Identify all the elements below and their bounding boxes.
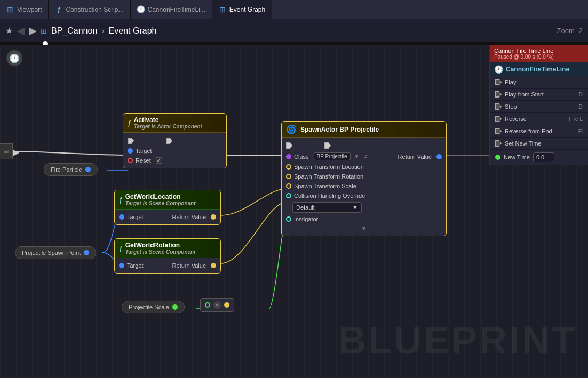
spawn-location-pin[interactable] — [286, 164, 291, 170]
timeline-name-bar: 🕐 CannonFireTimeLine — [490, 62, 588, 76]
spawn-rotation-pin[interactable] — [286, 174, 291, 179]
timeline-playfromstart[interactable]: Play from Start D — [490, 89, 588, 101]
activate-node[interactable]: ƒ Activate Target is Actor Component Tar… — [123, 113, 227, 168]
getworldloc-body: Target Return Value — [115, 210, 220, 224]
back-button[interactable]: ◀ — [17, 25, 25, 37]
getworldrot-return-pin[interactable] — [211, 263, 216, 268]
projscale-label: Projectile Scale — [129, 304, 169, 310]
spawnpoint-pin[interactable] — [84, 250, 89, 255]
spawn-instigator-row: Instigator — [282, 214, 446, 224]
newtime-input[interactable] — [533, 152, 554, 162]
activate-target-pin[interactable] — [128, 148, 133, 154]
activate-exec-out-pin[interactable] — [166, 138, 172, 144]
tab-viewport[interactable]: ⊞ Viewport — [0, 0, 49, 19]
play-label: Play — [505, 79, 583, 85]
makevector-in-pin[interactable] — [205, 302, 210, 308]
spawnactor-return-pin[interactable] — [436, 154, 442, 159]
spawn-collision-label: Collision Handling Override — [294, 192, 365, 199]
fire-particle-node[interactable]: Fire Particle — [44, 163, 98, 176]
timeline-name: CannonFireTimeLine — [506, 66, 569, 73]
tab-timeline-label: CannonFireTimeLi... — [148, 6, 205, 13]
blueprint-canvas[interactable]: 🕐 ed ▶ ƒ Activate Target is Actor Compon… — [0, 45, 588, 378]
getworldrot-row: Target Return Value — [115, 261, 220, 270]
getworldrot-target-pin[interactable] — [119, 263, 124, 268]
timeline-reversefromend[interactable]: Reverse from End Fi — [490, 125, 588, 138]
spawn-scale-pin[interactable] — [286, 183, 291, 189]
timeline-stop[interactable]: Stop D — [490, 101, 588, 113]
setnewtime-pin — [495, 140, 502, 147]
spawnactor-return-label: Return Value — [398, 154, 432, 160]
projscale-pin[interactable] — [172, 304, 178, 310]
class-value-badge: BP Projectile — [314, 152, 351, 160]
collision-dropdown[interactable]: Default ▼ — [292, 202, 362, 213]
fn-icon: ƒ — [55, 6, 62, 13]
spawnactor-exec-out[interactable] — [324, 142, 331, 149]
reverse-shortcut: Fire L — [569, 116, 583, 122]
getworldloc-header: ƒ GetWorldLocation Target is Scene Compo… — [115, 190, 220, 210]
getworldlocation-node[interactable]: ƒ GetWorldLocation Target is Scene Compo… — [114, 190, 221, 225]
newtime-label: New Time — [504, 154, 530, 160]
spawnactor-exec-in[interactable] — [286, 142, 292, 149]
getworldloc-target-pin[interactable] — [119, 214, 124, 220]
timeline-play[interactable]: Play — [490, 76, 588, 89]
reversefromend-label: Reverse from End — [505, 128, 575, 134]
projscale-node[interactable]: Projectile Scale — [122, 301, 185, 313]
spawn-scale-row: Spawn Transform Scale — [282, 181, 446, 191]
grid-icon: ⊞ — [6, 6, 14, 13]
spawnactor-class-row: Class BP Projectile ▼ ↺ Return Value — [282, 151, 446, 162]
spawn-scale-label: Spawn Transform Scale — [294, 183, 356, 189]
spawnactor-class-pin[interactable] — [286, 154, 291, 159]
timeline-newtime-row: New Time — [490, 150, 588, 165]
activate-node-header: ƒ Activate Target is Actor Component — [123, 114, 226, 133]
fire-particle-pin[interactable] — [85, 167, 91, 172]
reversefromend-pin — [495, 128, 502, 134]
spawnpoint-node[interactable]: Projectile Spawn Point — [15, 246, 96, 259]
expand-arrow[interactable]: ▼ — [282, 224, 446, 233]
edge-arrow-icon: ▶ — [13, 147, 19, 157]
class-reset-icon[interactable]: ↺ — [363, 154, 368, 159]
activate-reset-row: Reset ✓ — [123, 156, 226, 165]
tab-eventgraph[interactable]: ⊞ Event Graph — [212, 0, 272, 19]
newtime-pin — [495, 155, 500, 160]
timeline-reverse[interactable]: Reverse Fire L — [490, 113, 588, 125]
tab-construction-label: Construction Scrip... — [66, 6, 123, 13]
tab-bar: ⊞ Viewport ƒ Construction Scrip... 🕐 Can… — [0, 0, 588, 19]
spawnactor-title: SpawnActor BP Projectile — [300, 126, 379, 133]
timeline-clock-icon: 🕐 — [494, 65, 503, 74]
canvas-clock-icon: 🕐 — [6, 50, 22, 66]
spawn-rotation-row: Spawn Transform Rotation — [282, 172, 446, 181]
makevector-center: ● — [213, 301, 221, 309]
getworldloc-title: GetWorldLocation — [125, 193, 196, 200]
getworldloc-subtitle: Target is Scene Component — [125, 200, 196, 206]
tab-construction[interactable]: ƒ Construction Scrip... — [49, 0, 130, 19]
timeline-paused: Paused @ 0.00 s (0.0 %) — [494, 54, 584, 60]
getworldloc-return-pin[interactable] — [211, 214, 216, 220]
reset-checkbox[interactable]: ✓ — [156, 157, 162, 164]
activate-reset-label: Reset — [136, 157, 151, 164]
class-dropdown-arrow[interactable]: ▼ — [354, 154, 360, 159]
tab-timeline[interactable]: 🕐 CannonFireTimeLi... — [131, 0, 212, 19]
activate-target-label: Target — [136, 148, 152, 154]
spawnactor-node[interactable]: 🌀 SpawnActor BP Projectile Class BP Proj… — [281, 121, 447, 236]
clock-icon: 🕐 — [137, 6, 145, 13]
timeline-setnewtime[interactable]: Set New Time — [490, 138, 588, 150]
left-edge-label: ed — [4, 149, 9, 154]
activate-exec-in-pin[interactable] — [128, 138, 134, 144]
forward-button[interactable]: ▶ — [29, 25, 36, 37]
activate-reset-pin[interactable] — [128, 158, 133, 163]
getworldrotation-node[interactable]: ƒ GetWorldRotation Target is Scene Compo… — [114, 238, 221, 274]
activate-exec-row — [123, 135, 226, 146]
makevector-out-pin[interactable] — [224, 302, 229, 308]
stop-label: Stop — [505, 103, 576, 110]
spawn-instigator-pin[interactable] — [286, 216, 291, 222]
getworldrot-header: ƒ GetWorldRotation Target is Scene Compo… — [115, 239, 220, 258]
breadcrumb-separator: › — [101, 26, 104, 36]
collision-value: Default — [296, 204, 315, 211]
spawn-location-label: Spawn Transform Location — [294, 164, 364, 170]
fn-icon-rot: ƒ — [119, 245, 123, 252]
zoom-label: Zoom -2 — [557, 27, 583, 35]
spawn-collision-pin[interactable] — [286, 193, 291, 198]
spawnpoint-label: Projectile Spawn Point — [22, 250, 81, 256]
makevector-node[interactable]: ● — [200, 298, 234, 312]
star-button[interactable]: ★ — [5, 26, 13, 36]
